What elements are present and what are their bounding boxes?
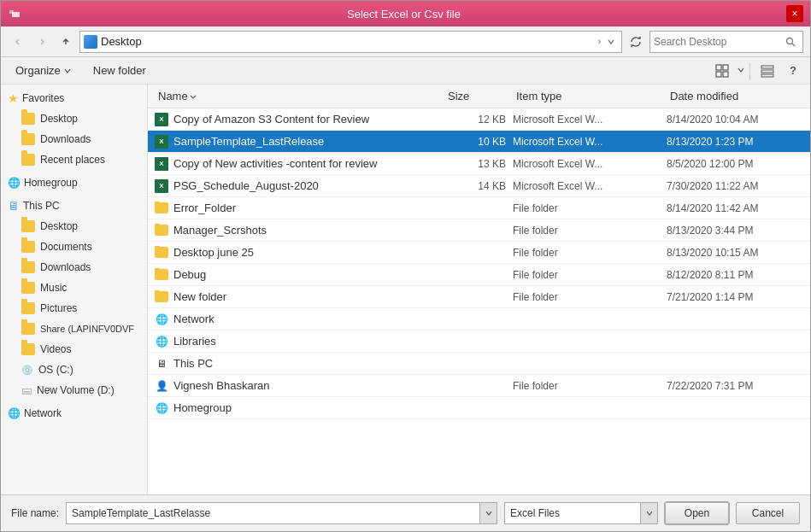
network-header[interactable]: 🌐 Network	[1, 404, 147, 423]
svg-rect-9	[761, 70, 773, 73]
sidebar-item-recent[interactable]: Recent places	[1, 149, 147, 170]
search-button[interactable]	[782, 33, 799, 50]
homegroup-header[interactable]: 🌐 Homegroup	[1, 173, 147, 192]
file-type: Microsoft Excel W...	[513, 180, 667, 192]
folder-sm-icon	[155, 247, 168, 258]
file-row[interactable]: 👤 Vignesh Bhaskaran File folder 7/22/202…	[148, 375, 810, 397]
help-button[interactable]: ?	[783, 61, 803, 81]
file-list-header: Name Size Item type Date modified	[148, 85, 810, 108]
sidebar-item-desktop[interactable]: Desktop	[1, 108, 147, 129]
file-row[interactable]: Manager_Scrshots File folder 8/13/2020 3…	[148, 219, 810, 242]
view-button[interactable]	[710, 61, 734, 81]
up-button[interactable]	[56, 32, 76, 52]
address-dropdown-button[interactable]	[604, 35, 618, 49]
share-folder-icon	[21, 323, 35, 335]
file-row[interactable]: X Copy of Amazon S3 Content for Review 1…	[148, 108, 810, 131]
search-bar[interactable]	[649, 31, 803, 53]
sidebar-item-downloads[interactable]: Downloads	[1, 129, 147, 149]
cancel-button[interactable]: Cancel	[736, 502, 800, 524]
file-size: 14 KB	[444, 180, 513, 192]
file-row[interactable]: 🖥 This PC	[148, 353, 810, 375]
filetype-dropdown-button[interactable]	[640, 503, 657, 523]
sidebar-item-videos[interactable]: Videos	[1, 339, 147, 360]
sidebar-item-downloads2[interactable]: Downloads	[1, 257, 147, 278]
dialog-title: Select Excel or Csv file	[21, 8, 786, 20]
file-row[interactable]: X Copy of New activities -content for re…	[148, 153, 810, 175]
address-folder-icon	[84, 35, 97, 49]
thispc-label: This PC	[23, 200, 60, 212]
new-folder-button[interactable]: New folder	[85, 61, 154, 81]
file-row[interactable]: 🌐 Homegroup	[148, 397, 810, 419]
title-decoration	[8, 7, 21, 20]
file-row[interactable]: Error_Folder File folder 8/14/2020 11:42…	[148, 197, 810, 219]
col-name-header[interactable]: Name	[155, 88, 444, 104]
filename-input-wrapper	[66, 502, 497, 524]
open-button[interactable]: Open	[665, 502, 729, 524]
sidebar-item-share[interactable]: Share (LAPINFV0DVF	[1, 319, 147, 339]
sidebar-item-osc[interactable]: 💿 OS (C:)	[1, 360, 147, 380]
file-row[interactable]: 🌐 Libraries	[148, 330, 810, 353]
file-name-cell: New folder	[155, 290, 444, 303]
col-type-header[interactable]: Item type	[513, 88, 667, 104]
sidebar-item-desktop2[interactable]: Desktop	[1, 216, 147, 237]
svg-rect-5	[723, 65, 728, 70]
toolbar-divider	[749, 62, 750, 79]
file-row[interactable]: New folder File folder 7/21/2020 1:14 PM	[148, 286, 810, 308]
excel-icon: X	[155, 113, 168, 126]
col-date-label: Date modified	[670, 90, 738, 102]
sidebar-osc-label: OS (C:)	[38, 364, 73, 376]
refresh-button[interactable]	[626, 31, 646, 53]
desktop2-folder-icon	[21, 220, 35, 232]
file-date: 7/22/2020 7:31 PM	[667, 380, 803, 392]
file-type: File folder	[513, 291, 667, 303]
sidebar-item-newvol[interactable]: 🖴 New Volume (D:)	[1, 380, 147, 400]
file-name-cell: X Copy of Amazon S3 Content for Review	[155, 113, 444, 126]
filetype-text: Excel Files	[505, 507, 640, 519]
svg-rect-8	[761, 66, 773, 68]
close-button[interactable]: ×	[786, 5, 803, 22]
filename-dropdown-button[interactable]	[479, 503, 497, 523]
back-button[interactable]	[8, 32, 28, 52]
col-name-label: Name	[158, 90, 188, 102]
sidebar-music-label: Music	[40, 282, 67, 294]
svg-rect-4	[716, 65, 721, 70]
file-name: PSG_Schedule_August-2020	[173, 179, 319, 192]
excel-icon: X	[155, 179, 168, 193]
file-name: This PC	[173, 357, 213, 370]
file-name: Debug	[173, 268, 206, 281]
file-type: File folder	[513, 202, 667, 214]
file-row[interactable]: X PSG_Schedule_August-2020 14 KB Microso…	[148, 175, 810, 197]
file-type: File folder	[513, 247, 667, 259]
file-name: Copy of New activities -content for revi…	[173, 157, 377, 170]
forward-button[interactable]	[32, 32, 52, 52]
svg-rect-6	[716, 72, 721, 77]
view-controls: ?	[710, 61, 803, 81]
favorites-section: ★ Favorites Desktop Downloads Recent pla…	[1, 88, 147, 170]
search-input[interactable]	[654, 36, 782, 48]
details-button[interactable]	[755, 61, 779, 81]
computer-icon: 🖥	[155, 357, 168, 371]
sidebar-item-pictures[interactable]: Pictures	[1, 298, 147, 319]
favorites-header[interactable]: ★ Favorites	[1, 88, 147, 108]
file-row[interactable]: X SampleTemplate_LastRelease 10 KB Micro…	[148, 131, 810, 153]
sidebar-item-music[interactable]: Music	[1, 278, 147, 298]
col-date-header[interactable]: Date modified	[667, 88, 803, 104]
address-bar[interactable]: Desktop ›	[79, 31, 622, 53]
file-date: 8/13/2020 3:44 PM	[667, 225, 803, 237]
filename-label: File name:	[11, 507, 59, 519]
sidebar-item-documents[interactable]: Documents	[1, 237, 147, 257]
col-size-header[interactable]: Size	[444, 88, 513, 104]
organize-button[interactable]: Organize	[8, 61, 79, 81]
desktop-folder-icon	[21, 113, 35, 125]
filename-input[interactable]	[67, 507, 479, 519]
file-type: Microsoft Excel W...	[513, 158, 667, 170]
file-name: Libraries	[173, 335, 216, 348]
file-date: 8/14/2020 11:42 AM	[667, 202, 803, 214]
thispc-header[interactable]: 🖥 This PC	[1, 196, 147, 216]
file-name-cell: Manager_Scrshots	[155, 224, 444, 237]
file-name-cell: 👤 Vignesh Bhaskaran	[155, 379, 444, 393]
file-name-cell: X SampleTemplate_LastRelease	[155, 135, 444, 149]
file-row[interactable]: Debug File folder 8/12/2020 8:11 PM	[148, 264, 810, 286]
file-row[interactable]: 🌐 Network	[148, 308, 810, 330]
file-row[interactable]: Desktop june 25 File folder 8/13/2020 10…	[148, 242, 810, 264]
